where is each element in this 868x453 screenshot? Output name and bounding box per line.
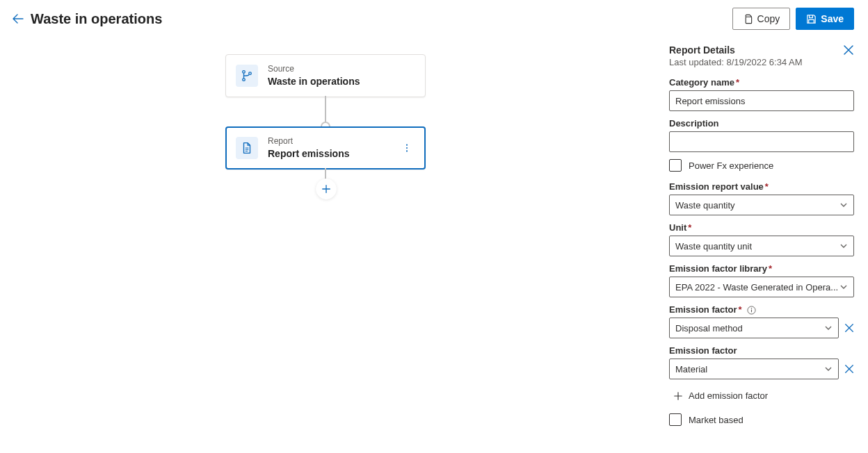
copy-button-label: Copy — [757, 13, 780, 24]
powerfx-label: Power Fx experience — [689, 160, 773, 171]
description-label: Description — [669, 118, 854, 129]
emission-factor-1-select[interactable]: Disposal method — [669, 318, 839, 338]
copy-icon — [743, 14, 753, 24]
source-node-type: Source — [268, 63, 415, 74]
source-node-name: Waste in operations — [268, 74, 415, 88]
add-emission-factor-button[interactable]: Add emission factor — [669, 386, 854, 409]
svg-point-2 — [243, 79, 246, 81]
emission-factor-1-text: Disposal method — [675, 323, 743, 333]
source-node[interactable]: Source Waste in operations — [225, 54, 426, 97]
remove-factor-1-button[interactable] — [844, 323, 854, 333]
report-node-name: Report emissions — [268, 147, 399, 160]
chevron-down-icon — [839, 242, 848, 250]
arrow-left-icon — [13, 13, 24, 24]
report-node-icon-wrap — [236, 137, 258, 159]
emission-factor-2-select[interactable]: Material — [669, 359, 839, 379]
emission-factor-2-field: Emission factor Material — [669, 345, 854, 379]
save-button-label: Save — [821, 13, 844, 24]
chevron-down-icon — [839, 201, 848, 209]
powerfx-checkbox[interactable] — [669, 159, 682, 172]
report-node[interactable]: Report Report emissions — [225, 126, 426, 170]
remove-factor-2-button[interactable] — [844, 364, 854, 374]
flow-canvas[interactable]: Source Waste in operations Report Report… — [0, 35, 659, 453]
node-more-button[interactable] — [399, 140, 415, 156]
market-based-checkbox[interactable] — [669, 413, 682, 426]
page-title: Waste in operations — [31, 11, 162, 27]
svg-point-5 — [406, 147, 408, 149]
copy-button[interactable]: Copy — [732, 8, 791, 30]
panel-title: Report Details — [669, 44, 735, 56]
chevron-down-icon — [824, 324, 833, 332]
header-actions: Copy Save — [732, 8, 854, 30]
plus-icon — [673, 391, 683, 401]
emission-factor-library-select[interactable]: EPA 2022 - Waste Generated in Opera... — [669, 277, 854, 297]
market-based-label: Market based — [689, 415, 744, 425]
info-icon[interactable] — [747, 306, 756, 315]
save-icon — [806, 14, 817, 24]
close-icon — [843, 44, 854, 56]
emission-report-value-select[interactable]: Waste quantity — [669, 195, 854, 215]
description-field: Description — [669, 118, 854, 152]
report-node-text: Report Report emissions — [268, 135, 399, 160]
close-icon — [844, 364, 854, 374]
svg-point-3 — [249, 72, 252, 75]
category-name-field: Category name* — [669, 77, 854, 111]
emission-factor-library-label: Emission factor library* — [669, 263, 854, 274]
emission-factor-library-text: EPA 2022 - Waste Generated in Opera... — [675, 282, 838, 293]
document-icon — [241, 142, 253, 154]
emission-report-value-text: Waste quantity — [675, 200, 735, 211]
branch-icon — [241, 69, 253, 82]
panel-header: Report Details — [669, 44, 854, 56]
svg-point-8 — [751, 308, 752, 308]
emission-report-value-field: Emission report value* Waste quantity — [669, 181, 854, 215]
unit-label: Unit* — [669, 222, 854, 233]
chevron-down-icon — [824, 365, 833, 373]
emission-factor-2-text: Material — [675, 364, 707, 374]
emission-factor-1-field: Emission factor* Disposal method — [669, 304, 854, 338]
last-updated-text: Last updated: 8/19/2022 6:34 AM — [669, 57, 854, 67]
source-node-text: Source Waste in operations — [268, 63, 415, 88]
emission-factor-2-label: Emission factor — [669, 345, 854, 356]
category-name-label: Category name* — [669, 77, 854, 88]
page-header: Waste in operations Copy Save — [0, 0, 868, 35]
svg-point-4 — [406, 145, 408, 146]
save-button[interactable]: Save — [796, 8, 854, 30]
unit-select[interactable]: Waste quantity unit — [669, 236, 854, 256]
description-input[interactable] — [669, 131, 854, 152]
svg-point-1 — [243, 71, 246, 74]
back-button[interactable] — [11, 12, 25, 26]
report-node-type: Report — [268, 135, 399, 147]
close-icon — [844, 323, 854, 333]
category-name-input[interactable] — [669, 90, 854, 111]
source-node-icon-wrap — [236, 65, 258, 87]
emission-factor-1-label: Emission factor* — [669, 304, 854, 315]
svg-rect-9 — [751, 310, 752, 313]
add-step-button[interactable] — [316, 179, 337, 199]
svg-rect-0 — [746, 17, 751, 23]
emission-report-value-label: Emission report value* — [669, 181, 854, 192]
svg-point-6 — [406, 150, 408, 151]
unit-text: Waste quantity unit — [675, 241, 752, 252]
panel-close-button[interactable] — [843, 44, 854, 56]
powerfx-checkbox-row: Power Fx experience — [669, 159, 854, 172]
plus-icon — [321, 184, 331, 194]
unit-field: Unit* Waste quantity unit — [669, 222, 854, 256]
emission-factor-library-field: Emission factor library* EPA 2022 - Wast… — [669, 263, 854, 297]
add-emission-factor-label: Add emission factor — [689, 390, 768, 401]
more-vertical-icon — [402, 143, 412, 153]
chevron-down-icon — [839, 283, 848, 291]
details-panel: Report Details Last updated: 8/19/2022 6… — [659, 35, 868, 453]
market-based-row: Market based — [669, 413, 854, 426]
